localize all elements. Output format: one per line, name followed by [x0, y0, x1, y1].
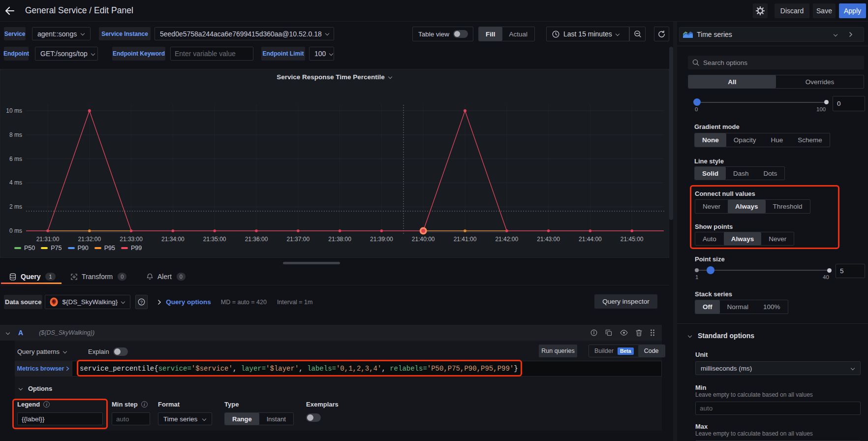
svg-text:21:41:00: 21:41:00	[454, 236, 477, 243]
svg-text:6 ms: 6 ms	[9, 156, 22, 162]
svg-text:8 ms: 8 ms	[9, 131, 22, 138]
svg-text:21:32:00: 21:32:00	[78, 236, 101, 243]
svg-text:21:44:00: 21:44:00	[579, 236, 602, 243]
svg-text:0 ms: 0 ms	[9, 227, 22, 234]
svg-text:21:31:00: 21:31:00	[36, 236, 60, 243]
svg-text:21:39:00: 21:39:00	[370, 236, 393, 243]
svg-text:21:42:00: 21:42:00	[495, 236, 518, 243]
svg-text:21:34:00: 21:34:00	[161, 236, 185, 243]
svg-text:21:45:00: 21:45:00	[620, 236, 644, 243]
svg-text:4 ms: 4 ms	[9, 179, 22, 186]
svg-text:10 ms: 10 ms	[6, 107, 22, 114]
svg-text:21:43:00: 21:43:00	[537, 236, 560, 243]
svg-text:21:36:00: 21:36:00	[245, 236, 268, 243]
svg-text:21:38:00: 21:38:00	[328, 236, 351, 243]
svg-text:?: ?	[140, 300, 143, 305]
svg-text:21:40:00: 21:40:00	[412, 236, 435, 243]
svg-text:2 ms: 2 ms	[9, 203, 22, 210]
svg-text:21:37:00: 21:37:00	[286, 236, 310, 243]
svg-text:21:33:00: 21:33:00	[120, 236, 143, 243]
svg-text:21:35:00: 21:35:00	[203, 236, 226, 243]
